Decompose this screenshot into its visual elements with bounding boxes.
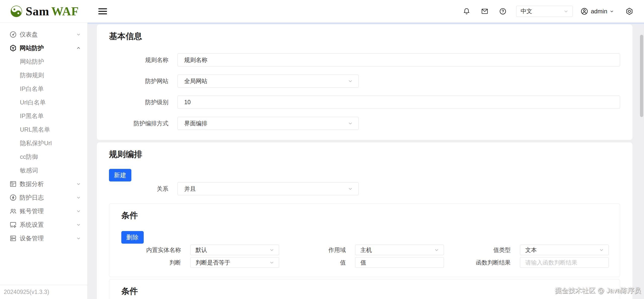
chevron-down-icon bbox=[347, 78, 353, 84]
chevron-down-icon bbox=[269, 247, 275, 253]
protect-level-label: 防护级别 bbox=[109, 98, 168, 106]
value-type-label: 值类型 bbox=[451, 246, 511, 254]
orchestration-mode-select[interactable]: 界面编排 bbox=[177, 117, 359, 130]
judge-select[interactable]: 判断是否等于 bbox=[190, 257, 279, 268]
value-type-select[interactable]: 文本 bbox=[520, 245, 609, 255]
sidebar-sub-ip-whitelist[interactable]: IP白名单 bbox=[0, 82, 87, 96]
entity-select[interactable]: 默认 bbox=[190, 245, 279, 255]
orchestration-mode-label: 防护编排方式 bbox=[109, 120, 168, 127]
entity-cell: 内置实体名称 默认 bbox=[121, 245, 279, 255]
condition-grid: 内置实体名称 默认 作用域 主机 bbox=[121, 245, 609, 268]
judge-cell: 判断 判断是否等于 bbox=[121, 257, 279, 268]
rule-orchestration-title: 规则编排 bbox=[109, 148, 620, 160]
protect-level-row: 防护级别 bbox=[109, 96, 620, 109]
taiji-logo-icon bbox=[10, 5, 23, 18]
version-text: 20240925(v1.3.3) bbox=[4, 289, 49, 295]
func-result-input[interactable] bbox=[520, 257, 609, 268]
brand-logo[interactable]: SamWAF bbox=[10, 4, 79, 18]
help-icon[interactable] bbox=[499, 7, 507, 15]
samwaf-app: SamWAF 中文 bbox=[0, 0, 644, 299]
chevron-down-icon bbox=[76, 236, 81, 241]
basic-info-title: 基本信息 bbox=[109, 30, 620, 42]
sidebar-item-data-analysis[interactable]: 数据分析 bbox=[0, 177, 87, 191]
chevron-down-icon bbox=[609, 9, 614, 14]
protect-level-input[interactable] bbox=[177, 96, 620, 109]
judge-label: 判断 bbox=[121, 259, 181, 267]
sidebar-item-account-mgmt[interactable]: 账号管理 bbox=[0, 204, 87, 218]
top-accent-strip bbox=[88, 23, 644, 24]
sidebar-item-label: 账号管理 bbox=[20, 207, 76, 215]
value-cell: 值 bbox=[286, 257, 444, 268]
protect-site-select[interactable]: 全局网站 bbox=[177, 74, 359, 88]
bell-icon[interactable] bbox=[463, 7, 471, 15]
value-type-value: 文本 bbox=[525, 246, 598, 254]
rule-name-row: 规则名称 bbox=[109, 53, 620, 66]
gear-icon[interactable] bbox=[625, 7, 633, 15]
user-avatar-icon bbox=[580, 7, 588, 15]
judge-value: 判断是否等于 bbox=[196, 259, 269, 267]
value-input[interactable] bbox=[355, 257, 444, 268]
condition-box-2: 条件 bbox=[109, 279, 620, 299]
sidebar-item-system-settings[interactable]: 系统设置 bbox=[0, 218, 87, 232]
sidebar-item-site-protect[interactable]: 网站防护 bbox=[0, 41, 87, 55]
watermark-text: 掘金技术社区 @ Java陈序员 bbox=[555, 286, 641, 295]
sidebar-item-label: 仪表盘 bbox=[20, 30, 76, 39]
rule-name-input[interactable] bbox=[177, 53, 620, 66]
chevron-down-icon bbox=[76, 32, 81, 37]
scope-select[interactable]: 主机 bbox=[355, 245, 444, 255]
sidebar-item-label: 设备管理 bbox=[20, 234, 76, 242]
chevron-up-icon bbox=[76, 45, 81, 51]
sidebar-sub-url-whitelist[interactable]: Url白名单 bbox=[0, 96, 87, 109]
relation-select[interactable]: 并且 bbox=[177, 182, 359, 195]
sidebar-sub-cc-defense[interactable]: cc防御 bbox=[0, 150, 87, 164]
rule-orchestration-card: 规则编排 新建 关系 并且 条件 删除 内置实体名称 bbox=[97, 142, 632, 299]
sidebar-sub-sensitive-words[interactable]: 敏感词 bbox=[0, 164, 87, 177]
relation-value: 并且 bbox=[184, 185, 347, 193]
sidebar-item-label: 数据分析 bbox=[20, 180, 76, 188]
chevron-down-icon bbox=[434, 247, 440, 253]
basic-info-card: 基本信息 规则名称 防护网站 全局网站 防护级别 bbox=[97, 24, 632, 140]
scope-value: 主机 bbox=[360, 246, 434, 254]
chevron-down-icon bbox=[269, 259, 275, 266]
top-header: SamWAF 中文 bbox=[0, 0, 644, 23]
orchestration-mode-value: 界面编排 bbox=[184, 120, 347, 127]
entity-label: 内置实体名称 bbox=[121, 246, 181, 254]
sidebar-item-label: 防护日志 bbox=[20, 194, 76, 202]
sidebar-item-label: 网站防护 bbox=[20, 44, 76, 52]
bolt-circle-icon bbox=[9, 194, 17, 201]
chevron-down-icon bbox=[563, 8, 569, 14]
user-menu[interactable]: admin bbox=[580, 7, 614, 15]
mail-icon[interactable] bbox=[481, 7, 489, 15]
sidebar-item-dashboard[interactable]: 仪表盘 bbox=[0, 28, 87, 41]
sidebar-item-label: 系统设置 bbox=[20, 221, 76, 229]
entity-value: 默认 bbox=[196, 246, 269, 254]
sidebar-sub-url-blacklist[interactable]: URL黑名单 bbox=[0, 123, 87, 136]
sidebar-item-protect-logs[interactable]: 防护日志 bbox=[0, 191, 87, 204]
chevron-down-icon bbox=[347, 186, 353, 192]
language-value: 中文 bbox=[521, 7, 563, 15]
rule-name-label: 规则名称 bbox=[109, 56, 168, 64]
sidebar-sub-privacy-url[interactable]: 隐私保护Url bbox=[0, 136, 87, 150]
chevron-down-icon bbox=[76, 195, 81, 200]
brand-name: SamWAF bbox=[26, 4, 79, 18]
delete-button[interactable]: 删除 bbox=[121, 231, 144, 244]
chevron-down-icon bbox=[598, 247, 604, 253]
chevron-down-icon bbox=[76, 181, 81, 187]
sidebar-sub-site-protect[interactable]: 网站防护 bbox=[0, 55, 87, 68]
sidebar: 仪表盘 网站防护 网站防护 防御规则 IP白名单 Url白 bbox=[0, 23, 88, 299]
brand-waf: WAF bbox=[51, 5, 79, 18]
func-result-label: 函数判断结果 bbox=[451, 259, 511, 267]
sidebar-sub-ip-blacklist[interactable]: IP黑名单 bbox=[0, 109, 87, 123]
value-label: 值 bbox=[286, 259, 346, 267]
new-button[interactable]: 新建 bbox=[109, 169, 131, 181]
sidebar-item-device-mgmt[interactable]: 设备管理 bbox=[0, 232, 87, 245]
relation-row: 关系 并且 bbox=[109, 182, 620, 195]
dashboard-icon bbox=[9, 31, 17, 38]
menu-icon[interactable] bbox=[98, 8, 107, 14]
condition-title: 条件 bbox=[121, 210, 609, 221]
vertical-scrollbar[interactable] bbox=[640, 35, 643, 117]
relation-label: 关系 bbox=[109, 185, 168, 193]
main-content: 基本信息 规则名称 防护网站 全局网站 防护级别 bbox=[88, 23, 644, 299]
language-select[interactable]: 中文 bbox=[516, 6, 573, 17]
sidebar-sub-defense-rules[interactable]: 防御规则 bbox=[0, 68, 87, 82]
